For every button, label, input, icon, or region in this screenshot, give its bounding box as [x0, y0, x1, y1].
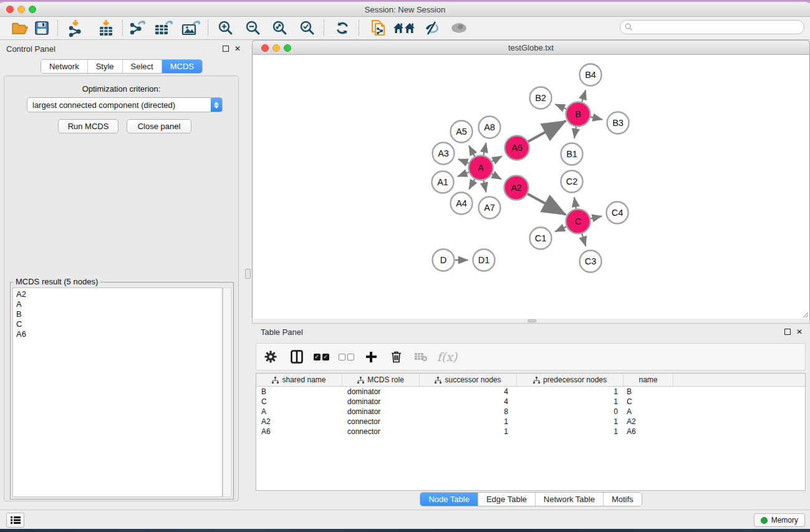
table-row[interactable]: A2connector11A2 [256, 417, 805, 427]
zoom-fit-button[interactable] [269, 18, 291, 38]
tab-network-table[interactable]: Network Table [535, 493, 603, 506]
edge-C-C2[interactable] [574, 197, 576, 209]
delete-table-button[interactable] [408, 346, 433, 367]
cell-name[interactable]: A [624, 407, 673, 417]
edge-A-A3[interactable] [458, 159, 469, 163]
show-graphics-details-button[interactable] [448, 18, 470, 38]
optimization-criterion-select[interactable]: largest connected component (directed) [27, 97, 223, 112]
edge-A-A4[interactable] [469, 179, 475, 190]
mcds-list-scrollbar[interactable] [223, 288, 231, 497]
table-float-icon[interactable] [784, 328, 791, 337]
cell-MCDS-role[interactable]: dominator [342, 407, 420, 417]
cell-predecessor-nodes[interactable]: 1 [517, 427, 624, 437]
cell-MCDS-role[interactable]: dominator [342, 397, 420, 407]
mcds-result-list[interactable]: A2ABCA6 [12, 288, 223, 497]
network-canvas[interactable]: B4B2BB3A8A5A6A3B1AC2A1A2A4A7C4CC1DD1C3 [252, 55, 810, 319]
edge-B-B3[interactable] [591, 117, 602, 119]
tab-style[interactable]: Style [87, 60, 122, 73]
close-panel-icon[interactable]: ✕ [234, 44, 241, 53]
cell-shared-name[interactable]: B [256, 387, 342, 397]
cell-successor-nodes[interactable]: 1 [420, 427, 517, 437]
edge-A-A6[interactable] [492, 156, 502, 162]
network-hscrollbar[interactable] [252, 319, 810, 324]
edge-C-C3[interactable] [582, 234, 586, 246]
float-panel-icon[interactable] [223, 45, 229, 54]
close-panel-button[interactable]: Close panel [127, 119, 191, 133]
cell-shared-name[interactable]: A2 [256, 417, 342, 427]
column-header-predecessor-nodes[interactable]: predecessor nodes [517, 374, 624, 386]
tab-node-table[interactable]: Node Table [420, 493, 478, 506]
network-window-titlebar[interactable]: testGlobe.txt [252, 40, 810, 55]
add-row-button[interactable] [359, 346, 383, 367]
edge-A-A5[interactable] [469, 145, 475, 156]
edge-B-B4[interactable] [582, 90, 586, 102]
import-network-button[interactable] [64, 18, 87, 38]
table-close-icon[interactable]: ✕ [796, 327, 803, 336]
panel-splitter-handle[interactable] [245, 269, 251, 279]
column-header-shared-name[interactable]: shared name [256, 374, 342, 386]
column-header-successor-nodes[interactable]: successor nodes [420, 374, 517, 386]
cell-MCDS-role[interactable]: dominator [342, 387, 420, 397]
import-table-button[interactable] [95, 18, 117, 38]
table-row[interactable]: Bdominator41B [256, 387, 805, 397]
edge-C-C4[interactable] [591, 216, 602, 219]
cell-name[interactable]: A6 [624, 427, 673, 437]
tab-mcds[interactable]: MCDS [162, 60, 202, 73]
cell-MCDS-role[interactable]: connector [342, 417, 420, 427]
column-header-MCDS-role[interactable]: MCDS role [342, 374, 420, 386]
run-mcds-button[interactable]: Run MCDS [58, 119, 118, 133]
memory-button[interactable]: Memory [754, 513, 805, 527]
export-network-button[interactable] [126, 18, 148, 38]
mcds-result-item[interactable]: A [13, 299, 222, 309]
cell-predecessor-nodes[interactable]: 1 [517, 387, 624, 397]
zoom-selected-button[interactable] [296, 18, 319, 38]
delete-row-button[interactable] [383, 346, 408, 367]
search-box[interactable] [620, 20, 804, 34]
select-all-button[interactable]: ✓✓ [309, 346, 334, 367]
cell-predecessor-nodes[interactable]: 0 [517, 407, 624, 417]
cell-name[interactable]: B [624, 387, 673, 397]
edge-A6-B[interactable] [528, 121, 566, 142]
network-graph[interactable]: B4B2BB3A8A5A6A3B1AC2A1A2A4A7C4CC1DD1C3 [253, 55, 809, 318]
edge-A-A7[interactable] [483, 180, 486, 192]
open-file-button[interactable] [9, 18, 31, 38]
edge-B-B1[interactable] [574, 127, 576, 138]
cell-shared-name[interactable]: A6 [256, 427, 342, 437]
cell-successor-nodes[interactable]: 4 [420, 387, 517, 397]
clone-network-button[interactable] [368, 18, 390, 38]
search-input[interactable] [635, 23, 804, 32]
export-image-button[interactable] [180, 18, 202, 38]
home-button[interactable] [393, 18, 415, 38]
edge-A2-C[interactable] [528, 194, 566, 215]
edge-C-C1[interactable] [555, 226, 566, 231]
tab-network[interactable]: Network [41, 60, 87, 73]
zoom-out-button[interactable] [242, 18, 264, 38]
tab-select[interactable]: Select [122, 60, 162, 73]
cell-MCDS-role[interactable]: connector [342, 427, 420, 437]
refresh-button[interactable] [331, 18, 354, 38]
cell-predecessor-nodes[interactable]: 1 [517, 417, 624, 427]
cell-name[interactable]: C [624, 397, 673, 407]
task-history-button[interactable] [6, 513, 24, 528]
cell-successor-nodes[interactable]: 1 [420, 417, 517, 427]
cell-successor-nodes[interactable]: 4 [420, 397, 517, 407]
cell-shared-name[interactable]: C [256, 397, 342, 407]
cell-shared-name[interactable]: A [256, 407, 342, 417]
column-header-name[interactable]: name [624, 374, 673, 386]
mcds-result-item[interactable]: A6 [13, 329, 222, 339]
resize-handle-icon[interactable] [801, 311, 809, 318]
mcds-result-item[interactable]: A2 [13, 289, 222, 299]
tab-edge-table[interactable]: Edge Table [478, 493, 535, 506]
edge-A-A2[interactable] [492, 174, 501, 180]
save-session-button[interactable] [31, 18, 53, 38]
export-table-button[interactable] [152, 18, 175, 38]
table-options-gear-button[interactable] [256, 346, 285, 367]
mcds-result-item[interactable]: B [13, 309, 222, 319]
cell-name[interactable]: A2 [624, 417, 673, 427]
edge-A-A8[interactable] [483, 143, 486, 155]
table-row[interactable]: Adominator80A [256, 407, 805, 417]
tab-motifs[interactable]: Motifs [603, 493, 642, 506]
edge-B-B2[interactable] [555, 104, 566, 109]
deselect-all-button[interactable] [334, 346, 359, 367]
table-row[interactable]: A6connector11A6 [256, 427, 805, 437]
